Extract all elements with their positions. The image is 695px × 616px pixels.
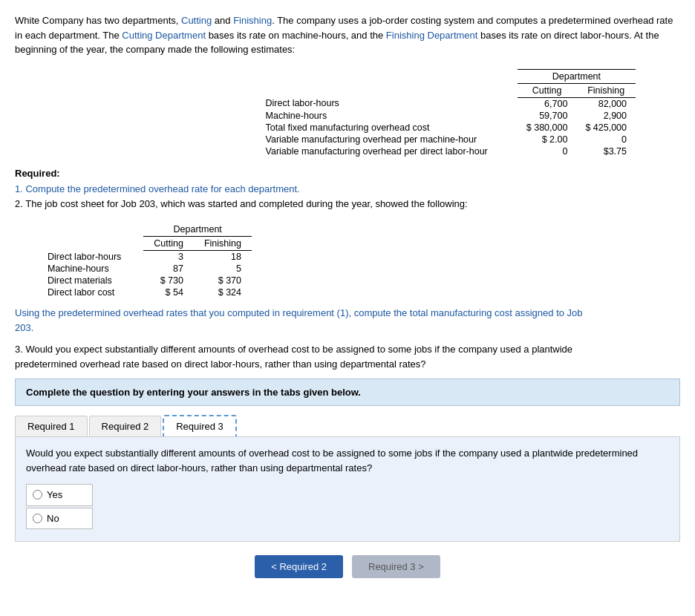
row-finishing: 0 xyxy=(576,134,636,145)
radio-no-input[interactable] xyxy=(33,514,42,523)
complete-question-box: Complete the question by entering your a… xyxy=(15,379,680,406)
row-label: Direct materials xyxy=(37,275,143,286)
row-label: Direct labor cost xyxy=(37,286,143,298)
radio-yes-option[interactable]: Yes xyxy=(26,484,93,506)
prev-button[interactable]: < Required 2 xyxy=(255,555,343,578)
row-label: Direct labor-hours xyxy=(257,97,518,110)
content-area: Would you expect substantially different… xyxy=(15,437,680,542)
row-cutting: 59,700 xyxy=(518,110,577,122)
table-row: Machine-hours 87 5 xyxy=(37,263,252,275)
row-finishing: 82,000 xyxy=(576,97,636,110)
next-button[interactable]: Required 3 > xyxy=(352,555,440,578)
table-row: Direct labor-hours 3 18 xyxy=(37,251,252,263)
job203-table: Department Cutting Finishing Direct labo… xyxy=(15,223,680,298)
row-finishing: 5 xyxy=(194,263,252,275)
para1-text: Using the predetermined overhead rates t… xyxy=(15,306,680,335)
row-finishing: $ 370 xyxy=(194,275,252,286)
top-department-table: Department Cutting Finishing Direct labo… xyxy=(15,69,680,157)
table-row: Direct labor-hours 6,700 82,000 xyxy=(257,97,636,110)
tab-required1[interactable]: Required 1 xyxy=(15,416,88,436)
radio-yes-input[interactable] xyxy=(33,490,42,499)
job-col-cutting: Cutting xyxy=(143,237,194,251)
table-row: Variable manufacturing overhead per mach… xyxy=(257,134,636,145)
row-finishing: 18 xyxy=(194,251,252,263)
table-row: Machine-hours 59,700 2,900 xyxy=(257,110,636,122)
row-finishing: $3.75 xyxy=(576,145,636,157)
row-label: Total fixed manufacturing overhead cost xyxy=(257,122,518,134)
para2-text: 3. Would you expect substantially differ… xyxy=(15,342,680,371)
job-dept-header: Department xyxy=(143,223,252,237)
row-cutting: $ 730 xyxy=(143,275,194,286)
row-cutting: 3 xyxy=(143,251,194,263)
row-cutting: 0 xyxy=(518,145,577,157)
tab-required2[interactable]: Required 2 xyxy=(89,416,162,436)
bottom-navigation: < Required 2 Required 3 > xyxy=(15,555,680,578)
req-item-2: 2. The job cost sheet for Job 203, which… xyxy=(15,197,680,212)
required-items-list: 1. Compute the predetermined overhead ra… xyxy=(15,182,680,213)
tab-required3[interactable]: Required 3 xyxy=(163,415,237,436)
col-cutting: Cutting xyxy=(518,83,577,97)
intro-paragraph: White Company has two departments, Cutti… xyxy=(15,13,680,57)
table-row: Total fixed manufacturing overhead cost … xyxy=(257,122,636,134)
radio-no-option[interactable]: No xyxy=(26,508,93,530)
col-finishing: Finishing xyxy=(576,83,636,97)
required-label: Required: xyxy=(15,168,680,179)
row-label: Machine-hours xyxy=(37,263,143,275)
radio-yes-label: Yes xyxy=(47,488,62,502)
content-question-text: Would you expect substantially different… xyxy=(26,446,669,475)
req-item-1: 1. Compute the predetermined overhead ra… xyxy=(15,182,680,197)
row-cutting: $ 2.00 xyxy=(518,134,577,145)
table-row: Direct labor cost $ 54 $ 324 xyxy=(37,286,252,298)
row-finishing: $ 425,000 xyxy=(576,122,636,134)
radio-no-label: No xyxy=(47,511,59,526)
row-label: Variable manufacturing overhead per dire… xyxy=(257,145,518,157)
table-row: Direct materials $ 730 $ 370 xyxy=(37,275,252,286)
row-label: Variable manufacturing overhead per mach… xyxy=(257,134,518,145)
tabs-row: Required 1 Required 2 Required 3 xyxy=(15,415,680,437)
table-row: Variable manufacturing overhead per dire… xyxy=(257,145,636,157)
row-cutting: 87 xyxy=(143,263,194,275)
dept-header: Department xyxy=(518,69,636,83)
row-label: Direct labor-hours xyxy=(37,251,143,263)
row-finishing: $ 324 xyxy=(194,286,252,298)
job-col-finishing: Finishing xyxy=(194,237,252,251)
row-cutting: $ 54 xyxy=(143,286,194,298)
row-label: Machine-hours xyxy=(257,110,518,122)
row-cutting: $ 380,000 xyxy=(518,122,577,134)
answer-radio-group: Yes No xyxy=(26,484,669,529)
row-finishing: 2,900 xyxy=(576,110,636,122)
row-cutting: 6,700 xyxy=(518,97,577,110)
